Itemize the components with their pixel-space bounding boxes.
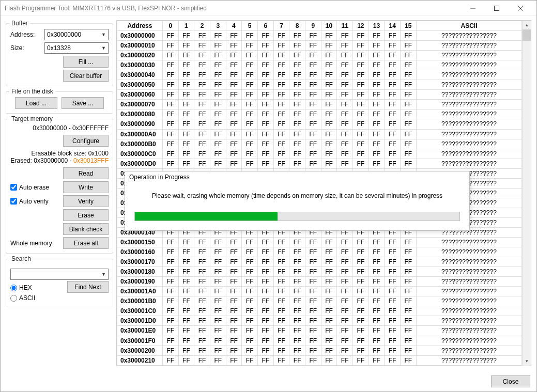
byte-cell: FF bbox=[401, 109, 417, 119]
ascii-radio[interactable] bbox=[10, 295, 17, 302]
byte-cell: FF bbox=[226, 267, 242, 277]
byte-cell: FF bbox=[257, 247, 273, 257]
byte-cell: FF bbox=[257, 267, 273, 277]
scroll-down-icon[interactable]: ▼ bbox=[523, 357, 531, 366]
byte-cell: FF bbox=[321, 149, 337, 159]
byte-cell: FF bbox=[385, 247, 401, 257]
search-input[interactable]: ▼ bbox=[10, 269, 109, 280]
byte-cell: FF bbox=[194, 296, 210, 306]
byte-cell: FF bbox=[321, 90, 337, 100]
byte-cell: FF bbox=[226, 100, 242, 109]
byte-cell: FF bbox=[385, 100, 401, 109]
erase-button[interactable]: Erase bbox=[63, 209, 109, 221]
byte-cell: FF bbox=[337, 60, 353, 70]
byte-cell: FF bbox=[257, 355, 273, 365]
byte-cell: FF bbox=[162, 326, 178, 336]
table-row: 0x300001A0FFFFFFFFFFFFFFFFFFFFFFFFFFFFFF… bbox=[117, 287, 522, 296]
scroll-up-icon[interactable]: ▲ bbox=[523, 21, 531, 29]
table-row: 0x30000040FFFFFFFFFFFFFFFFFFFFFFFFFFFFFF… bbox=[117, 70, 522, 80]
byte-cell: FF bbox=[305, 355, 321, 365]
byte-cell: FF bbox=[321, 31, 337, 41]
address-combo[interactable]: 0x30000000▼ bbox=[44, 29, 109, 40]
close-button[interactable]: Close bbox=[491, 375, 530, 387]
byte-cell: FF bbox=[273, 80, 289, 90]
byte-cell: FF bbox=[226, 41, 242, 51]
save-button[interactable]: Save ... bbox=[62, 97, 104, 109]
byte-cell: FF bbox=[210, 139, 226, 149]
byte-cell: FF bbox=[321, 346, 337, 355]
byte-cell: FF bbox=[273, 257, 289, 267]
read-button[interactable]: Read bbox=[63, 167, 109, 179]
byte-cell: FF bbox=[353, 238, 369, 247]
byte-cell: FF bbox=[353, 326, 369, 336]
table-row: 0x30000170FFFFFFFFFFFFFFFFFFFFFFFFFFFFFF… bbox=[117, 257, 522, 267]
search-title: Search bbox=[9, 255, 33, 262]
byte-cell: FF bbox=[401, 355, 417, 365]
find-next-button[interactable]: Find Next bbox=[67, 281, 109, 293]
byte-cell: FF bbox=[401, 296, 417, 306]
byte-cell: FF bbox=[305, 60, 321, 70]
byte-cell: FF bbox=[353, 346, 369, 355]
byte-cell: FF bbox=[194, 139, 210, 149]
byte-cell: FF bbox=[273, 119, 289, 129]
ascii-cell: ???????????????? bbox=[416, 159, 522, 168]
table-row: 0x30000050FFFFFFFFFFFFFFFFFFFFFFFFFFFFFF… bbox=[117, 80, 522, 90]
scrollbar-thumb[interactable] bbox=[523, 29, 531, 41]
vertical-scrollbar[interactable]: ▲ ▼ bbox=[522, 21, 531, 366]
ascii-cell: ???????????????? bbox=[416, 257, 522, 267]
maximize-button[interactable] bbox=[485, 1, 509, 16]
address-cell: 0x300001F0 bbox=[117, 336, 163, 346]
byte-cell: FF bbox=[178, 257, 194, 267]
ascii-cell: ???????????????? bbox=[416, 139, 522, 149]
byte-cell: FF bbox=[162, 346, 178, 355]
verify-button[interactable]: Verify bbox=[63, 195, 109, 207]
load-button[interactable]: Load ... bbox=[15, 97, 57, 109]
erase-all-button[interactable]: Erase all bbox=[63, 237, 109, 249]
byte-cell: FF bbox=[305, 51, 321, 60]
erased-range: Erased: 0x30000000 - 0x30013FFF bbox=[10, 157, 109, 164]
byte-cell: FF bbox=[273, 41, 289, 51]
byte-cell: FF bbox=[337, 306, 353, 316]
ascii-cell: ???????????????? bbox=[416, 51, 522, 60]
close-window-button[interactable] bbox=[509, 1, 532, 16]
minimize-button[interactable] bbox=[461, 1, 485, 16]
ascii-cell: ???????????????? bbox=[416, 31, 522, 41]
byte-cell: FF bbox=[178, 149, 194, 159]
byte-cell: FF bbox=[226, 51, 242, 60]
size-combo[interactable]: 0x13328▼ bbox=[44, 42, 109, 54]
byte-cell: FF bbox=[210, 51, 226, 60]
hex-radio[interactable] bbox=[10, 285, 17, 291]
byte-col-header: 11 bbox=[337, 21, 353, 31]
byte-cell: FF bbox=[226, 119, 242, 129]
byte-cell: FF bbox=[337, 316, 353, 326]
address-cell: 0x30000010 bbox=[117, 41, 163, 51]
byte-cell: FF bbox=[257, 326, 273, 336]
byte-cell: FF bbox=[369, 41, 385, 51]
byte-cell: FF bbox=[401, 149, 417, 159]
byte-cell: FF bbox=[257, 119, 273, 129]
auto-erase-checkbox[interactable] bbox=[10, 184, 17, 191]
byte-col-header: 0 bbox=[162, 21, 178, 31]
byte-cell: FF bbox=[401, 306, 417, 316]
byte-cell: FF bbox=[194, 119, 210, 129]
byte-cell: FF bbox=[289, 109, 305, 119]
byte-cell: FF bbox=[210, 31, 226, 41]
clear-buffer-button[interactable]: Clear buffer bbox=[63, 70, 109, 82]
byte-cell: FF bbox=[305, 238, 321, 247]
byte-cell: FF bbox=[369, 139, 385, 149]
byte-cell: FF bbox=[385, 129, 401, 139]
byte-cell: FF bbox=[385, 159, 401, 168]
configure-button[interactable]: Configure bbox=[63, 135, 109, 147]
byte-cell: FF bbox=[289, 70, 305, 80]
table-row: 0x300001F0FFFFFFFFFFFFFFFFFFFFFFFFFFFFFF… bbox=[117, 336, 522, 346]
byte-cell: FF bbox=[226, 316, 242, 326]
write-button[interactable]: Write bbox=[63, 181, 109, 193]
byte-cell: FF bbox=[385, 149, 401, 159]
byte-cell: FF bbox=[321, 70, 337, 80]
blank-check-button[interactable]: Blank check bbox=[63, 223, 109, 235]
fill-button[interactable]: Fill ... bbox=[63, 56, 109, 68]
auto-verify-checkbox[interactable] bbox=[10, 198, 17, 205]
byte-cell: FF bbox=[194, 51, 210, 60]
byte-cell: FF bbox=[305, 277, 321, 287]
address-header: Address bbox=[117, 21, 163, 31]
